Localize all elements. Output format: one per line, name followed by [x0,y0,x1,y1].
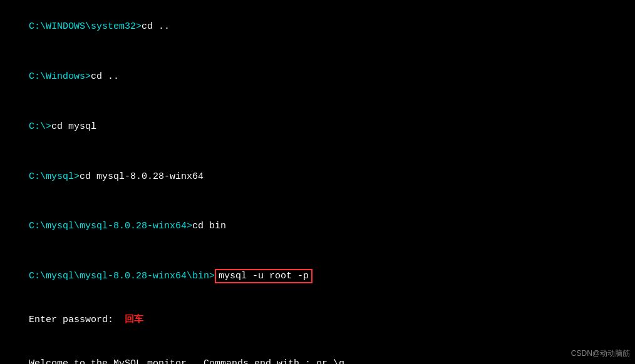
prompt-1: C:\WINDOWS\system32> [29,21,142,32]
watermark: CSDN@动动脑筋 [571,348,630,359]
enter-annotation: 回车 [125,315,143,325]
prompt-3: C:\> [29,121,51,132]
prompt-6: C:\mysql\mysql-8.0.28-winx64\bin> [29,271,215,281]
watermark-text: CSDN@动动脑筋 [571,349,630,358]
line-4: C:\mysql>cd mysql-8.0.28-winx64 [6,154,629,198]
line-6: C:\mysql\mysql-8.0.28-winx64\bin>mysql -… [6,255,629,298]
line-8: Welcome to the MySQL monitor. Commands e… [6,341,629,364]
cmd-3: cd mysql [51,121,96,132]
prompt-5: C:\mysql\mysql-8.0.28-winx64> [29,221,192,231]
line-2: C:\Windows>cd .. [6,55,629,99]
spacer-4 [6,198,629,205]
line-5: C:\mysql\mysql-8.0.28-winx64>cd bin [6,205,629,248]
spacer-1 [6,49,629,55]
cmd-2: cd .. [91,71,119,82]
cmd-5: cd bin [192,221,226,231]
cmd-1: cd .. [142,21,170,32]
cmd-4: cd mysql-8.0.28-winx64 [80,171,204,182]
prompt-2: C:\Windows> [29,71,91,82]
highlighted-mysql-command: mysql -u root -p [215,269,312,283]
enter-password-text: Enter password: [29,315,125,325]
spacer-5 [6,248,629,255]
terminal-window: C:\WINDOWS\system32>cd .. C:\Windows>cd … [0,0,635,364]
prompt-4: C:\mysql> [29,171,80,182]
line-1: C:\WINDOWS\system32>cd .. [6,5,629,49]
spacer-3 [6,148,629,154]
spacer-2 [6,99,629,105]
welcome-text: Welcome to the MySQL monitor. Commands e… [29,358,350,365]
line-7: Enter password: 回车 [6,298,629,342]
line-3: C:\>cd mysql [6,105,629,149]
